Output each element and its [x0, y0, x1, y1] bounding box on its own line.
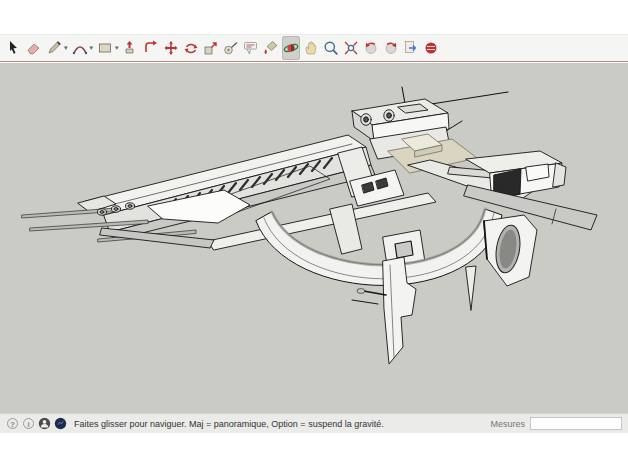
push-pull-tool-icon — [123, 40, 139, 56]
move-tool[interactable] — [162, 36, 180, 60]
offset-tool[interactable] — [142, 36, 160, 60]
logo-icon[interactable] — [54, 417, 67, 430]
tape-measure-tool[interactable] — [222, 36, 240, 60]
offset-tool-icon — [143, 40, 159, 56]
select-tool-icon — [6, 40, 22, 56]
rotate-tool-icon — [183, 40, 199, 56]
zoom-extents-tool[interactable] — [342, 36, 360, 60]
info-icon[interactable]: i — [22, 417, 35, 430]
account-icon[interactable] — [38, 417, 51, 430]
select-tool[interactable] — [5, 36, 23, 60]
zoom-tool[interactable] — [322, 36, 340, 60]
arc-tool-icon — [72, 40, 88, 56]
rectangle-tool-dropdown-arrow[interactable]: ▾ — [115, 36, 119, 60]
next-view-tool[interactable] — [382, 36, 400, 60]
scale-tool[interactable] — [202, 36, 220, 60]
pan-tool-icon — [303, 40, 319, 56]
move-tool-icon — [163, 40, 179, 56]
rectangle-tool-icon — [97, 40, 113, 56]
statusbar-hint-text: Faites glisser pour naviguer. Maj = pano… — [74, 419, 384, 429]
line-tool[interactable] — [45, 36, 63, 60]
measurements-input[interactable] — [530, 417, 622, 430]
model-viewport[interactable] — [0, 63, 628, 413]
arc-tool-dropdown-arrow[interactable]: ▾ — [90, 36, 94, 60]
orbit-tool-icon — [283, 40, 299, 56]
tape-measure-tool-icon — [223, 40, 239, 56]
warehouse-tool-icon — [423, 40, 439, 56]
line-tool-icon — [46, 40, 62, 56]
next-view-tool-icon — [383, 40, 399, 56]
previous-view-tool[interactable] — [362, 36, 380, 60]
zoom-tool-icon — [323, 40, 339, 56]
rotate-tool[interactable] — [182, 36, 200, 60]
text-tool-icon — [243, 40, 259, 56]
paint-bucket-tool-icon — [263, 40, 279, 56]
toolbar: ▾▾▾ — [0, 35, 628, 62]
orbit-tool[interactable] — [282, 36, 300, 60]
previous-view-tool-icon — [363, 40, 379, 56]
text-tool[interactable] — [242, 36, 260, 60]
push-pull-tool[interactable] — [122, 36, 140, 60]
model-3d-rifle-ship[interactable] — [0, 63, 628, 413]
statusbar-icons: ?i — [6, 417, 67, 430]
scale-tool-icon — [203, 40, 219, 56]
eraser-tool[interactable] — [25, 36, 43, 60]
statusbar: ?i Faites glisser pour naviguer. Maj = p… — [0, 413, 628, 433]
pan-tool[interactable] — [302, 36, 320, 60]
arc-tool[interactable] — [71, 36, 89, 60]
line-tool-dropdown-arrow[interactable]: ▾ — [64, 36, 68, 60]
zoom-extents-tool-icon — [343, 40, 359, 56]
export-view-tool-icon — [403, 40, 419, 56]
eraser-tool-icon — [26, 40, 42, 56]
rectangle-tool[interactable] — [96, 36, 114, 60]
paint-bucket-tool[interactable] — [262, 36, 280, 60]
warehouse-tool[interactable] — [422, 36, 440, 60]
window-titlebar — [0, 0, 628, 35]
measurements-label: Mesures — [490, 419, 525, 429]
export-view-tool[interactable] — [402, 36, 420, 60]
help-icon[interactable]: ? — [6, 417, 19, 430]
